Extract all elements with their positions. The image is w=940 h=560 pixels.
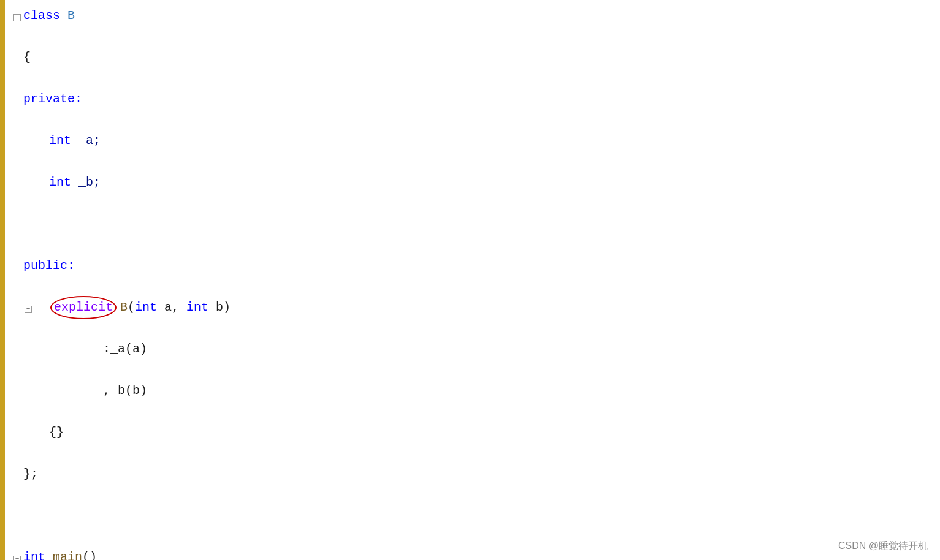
constructor-name: B: [120, 298, 128, 317]
editor-container: −class B { private: int _a; int _b; publ…: [0, 0, 940, 560]
member-a: _a;: [78, 131, 101, 151]
keyword-class: class: [23, 6, 67, 26]
code-line-10: {}: [12, 422, 940, 444]
code-line-4: int _a;: [12, 130, 940, 152]
code-line-blank1: [12, 213, 940, 235]
code-line-2: {: [12, 47, 940, 69]
class-name: B: [67, 6, 75, 26]
param-b-name: b): [208, 298, 231, 317]
init-b: ,_b(b): [103, 381, 147, 401]
watermark: CSDN @睡觉待开机: [838, 540, 928, 553]
code-line-12: −int main(): [12, 547, 940, 560]
member-b: _b;: [78, 173, 101, 192]
code-line-5: int _b;: [12, 172, 940, 194]
keyword-explicit: explicit: [54, 300, 113, 314]
fold-icon-main[interactable]: −: [12, 554, 22, 560]
code-line-7: −explicit B(int a, int b): [12, 297, 940, 319]
code-line-6: public:: [12, 255, 940, 277]
main-parens: (): [82, 548, 97, 560]
main-fn-name: main: [53, 548, 82, 560]
fold-icon-class[interactable]: −: [12, 13, 22, 23]
init-a: :_a(a): [103, 339, 147, 359]
constructor-body: {}: [49, 423, 64, 442]
code-line-9: ,_b(b): [12, 380, 940, 402]
code-line-blank2: [12, 505, 940, 527]
code-area[interactable]: −class B { private: int _a; int _b; publ…: [5, 0, 940, 560]
constructor-paren-open: (: [128, 298, 135, 317]
code-block: −class B { private: int _a; int _b; publ…: [12, 5, 940, 560]
keyword-int-main: int: [23, 548, 53, 560]
code-line-8: :_a(a): [12, 338, 940, 360]
param-a-name: a,: [157, 298, 186, 317]
code-line-11: };: [12, 463, 940, 485]
code-line-1: −class B: [12, 5, 940, 27]
code-line-3: private:: [12, 88, 940, 110]
keyword-int-1: int: [49, 131, 78, 151]
param-int-b: int: [186, 298, 208, 317]
left-border: [0, 0, 5, 560]
access-public: public:: [23, 256, 75, 276]
fold-icon-constructor[interactable]: −: [23, 305, 33, 314]
explicit-highlight: explicit: [54, 298, 113, 317]
keyword-int-2: int: [49, 173, 78, 192]
param-int-a: int: [135, 298, 157, 317]
brace-open: {: [23, 48, 31, 67]
access-private: private:: [23, 89, 82, 109]
class-end: };: [23, 464, 38, 484]
